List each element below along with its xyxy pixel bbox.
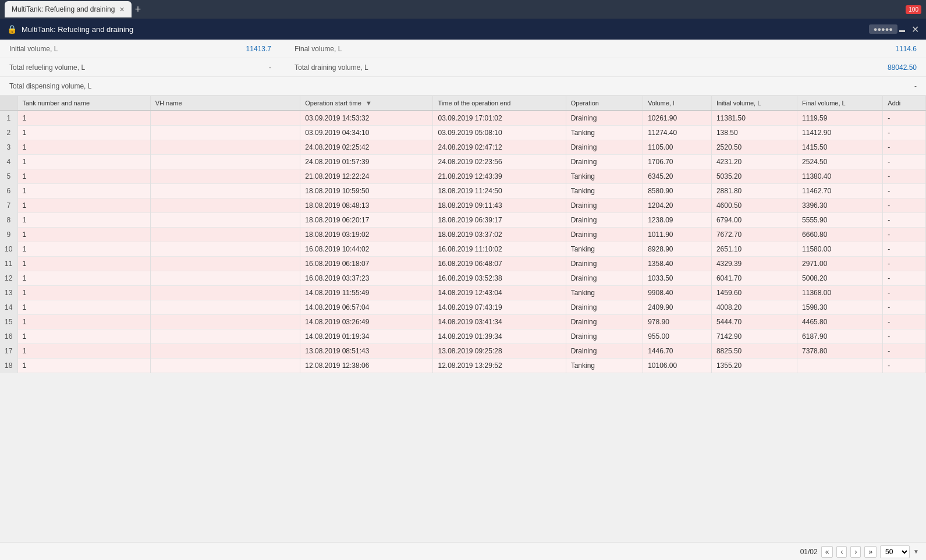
cell-operation: Draining bbox=[566, 257, 643, 271]
cell-end_time: 18.08.2019 09:11:43 bbox=[433, 199, 566, 213]
table-row[interactable]: 11116.08.2019 06:18:0716.08.2019 06:48:0… bbox=[0, 257, 926, 271]
total-dispensing-label: Total dispensing volume, L bbox=[9, 82, 184, 90]
col-header-add[interactable]: Addi bbox=[883, 96, 926, 111]
col-header-operation[interactable]: Operation bbox=[566, 96, 643, 111]
tab-title: MultiTank: Refueling and draining bbox=[12, 5, 115, 13]
close-button[interactable]: ✕ bbox=[911, 24, 919, 35]
cell-vh bbox=[150, 257, 300, 271]
table-row[interactable]: 14114.08.2019 06:57:0414.08.2019 07:43:1… bbox=[0, 300, 926, 315]
table-row[interactable]: 2103.09.2019 04:34:1003.09.2019 05:08:10… bbox=[0, 126, 926, 140]
cell-tank: 1 bbox=[17, 300, 150, 315]
cell-end_time: 14.08.2019 03:41:34 bbox=[433, 315, 566, 329]
table-row[interactable]: 7118.08.2019 08:48:1318.08.2019 09:11:43… bbox=[0, 199, 926, 213]
cell-final_volume: 11412.90 bbox=[797, 126, 883, 140]
cell-final_volume: 6187.90 bbox=[797, 329, 883, 344]
col-header-vh[interactable]: VH name bbox=[150, 96, 300, 111]
col-header-tank[interactable]: Tank number and name bbox=[17, 96, 150, 111]
new-tab-button[interactable]: + bbox=[135, 3, 141, 16]
cell-initial_volume: 2651.10 bbox=[711, 242, 797, 257]
cell-index: 6 bbox=[0, 184, 17, 199]
cell-vh bbox=[150, 344, 300, 359]
table-body: 1103.09.2019 14:53:3203.09.2019 17:01:02… bbox=[0, 111, 926, 373]
summary-right-1: Final volume, L 1114.6 bbox=[271, 45, 917, 53]
cell-initial_volume: 7672.70 bbox=[711, 228, 797, 242]
first-page-button[interactable]: « bbox=[821, 546, 833, 558]
table-row[interactable]: 16114.08.2019 01:19:3414.08.2019 01:39:3… bbox=[0, 329, 926, 344]
table-container[interactable]: Tank number and name VH name Operation s… bbox=[0, 96, 926, 542]
cell-end_time: 16.08.2019 11:10:02 bbox=[433, 242, 566, 257]
col-header-final-volume[interactable]: Final volume, L bbox=[797, 96, 883, 111]
cell-tank: 1 bbox=[17, 344, 150, 359]
minimize-button[interactable]: 🗕 bbox=[897, 24, 907, 35]
cell-start_time: 18.08.2019 08:48:13 bbox=[300, 199, 433, 213]
col-header-volume[interactable]: Volume, l bbox=[643, 96, 712, 111]
cell-vh bbox=[150, 199, 300, 213]
browser-tab[interactable]: MultiTank: Refueling and draining × bbox=[5, 1, 132, 17]
cell-end_time: 18.08.2019 03:37:02 bbox=[433, 228, 566, 242]
cell-volume: 978.90 bbox=[643, 315, 712, 329]
table-row[interactable]: 18112.08.2019 12:38:0612.08.2019 13:29:5… bbox=[0, 359, 926, 373]
cell-add: - bbox=[883, 140, 926, 155]
cell-final_volume: 6660.80 bbox=[797, 228, 883, 242]
page-size-select[interactable]: 50 100 200 bbox=[880, 545, 910, 558]
cell-start_time: 12.08.2019 12:38:06 bbox=[300, 359, 433, 373]
cell-initial_volume: 6794.00 bbox=[711, 213, 797, 228]
table-row[interactable]: 15114.08.2019 03:26:4914.08.2019 03:41:3… bbox=[0, 315, 926, 329]
table-row[interactable]: 8118.08.2019 06:20:1718.08.2019 06:39:17… bbox=[0, 213, 926, 228]
col-header-start-time[interactable]: Operation start time ▼ bbox=[300, 96, 433, 111]
table-row[interactable]: 3124.08.2019 02:25:4224.08.2019 02:47:12… bbox=[0, 140, 926, 155]
cell-final_volume: 11368.00 bbox=[797, 286, 883, 300]
table-row[interactable]: 17113.08.2019 08:51:4313.08.2019 09:25:2… bbox=[0, 344, 926, 359]
cell-final_volume bbox=[797, 359, 883, 373]
cell-add: - bbox=[883, 213, 926, 228]
data-table: Tank number and name VH name Operation s… bbox=[0, 96, 926, 373]
cell-end_time: 14.08.2019 12:43:04 bbox=[433, 286, 566, 300]
cell-final_volume: 11380.40 bbox=[797, 169, 883, 184]
cell-add: - bbox=[883, 126, 926, 140]
cell-operation: Draining bbox=[566, 155, 643, 169]
cell-volume: 8928.90 bbox=[643, 242, 712, 257]
cell-start_time: 14.08.2019 11:55:49 bbox=[300, 286, 433, 300]
cell-vh bbox=[150, 228, 300, 242]
cell-initial_volume: 2881.80 bbox=[711, 184, 797, 199]
cell-volume: 10106.00 bbox=[643, 359, 712, 373]
total-draining-value: 88042.50 bbox=[829, 63, 917, 72]
cell-initial_volume: 7142.90 bbox=[711, 329, 797, 344]
cell-volume: 1011.90 bbox=[643, 228, 712, 242]
table-row[interactable]: 9118.08.2019 03:19:0218.08.2019 03:37:02… bbox=[0, 228, 926, 242]
cell-volume: 8580.90 bbox=[643, 184, 712, 199]
col-header-initial-volume[interactable]: Initial volume, L bbox=[711, 96, 797, 111]
col-header-end-time[interactable]: Time of the operation end bbox=[433, 96, 566, 111]
prev-page-button[interactable]: ‹ bbox=[836, 546, 847, 558]
table-row[interactable]: 5121.08.2019 12:22:2421.08.2019 12:43:39… bbox=[0, 169, 926, 184]
cell-index: 4 bbox=[0, 155, 17, 169]
next-page-button[interactable]: › bbox=[850, 546, 861, 558]
cell-vh bbox=[150, 329, 300, 344]
cell-vh bbox=[150, 213, 300, 228]
table-header-row: Tank number and name VH name Operation s… bbox=[0, 96, 926, 111]
cell-index: 3 bbox=[0, 140, 17, 155]
cell-add: - bbox=[883, 257, 926, 271]
cell-start_time: 03.09.2019 04:34:10 bbox=[300, 126, 433, 140]
table-row[interactable]: 6118.08.2019 10:59:5018.08.2019 11:24:50… bbox=[0, 184, 926, 199]
cell-final_volume: 11580.00 bbox=[797, 242, 883, 257]
table-row[interactable]: 4124.08.2019 01:57:3924.08.2019 02:23:56… bbox=[0, 155, 926, 169]
cell-operation: Draining bbox=[566, 140, 643, 155]
close-tab-button[interactable]: × bbox=[119, 5, 124, 14]
cell-end_time: 03.09.2019 17:01:02 bbox=[433, 111, 566, 126]
total-dispensing-value: - bbox=[829, 82, 917, 90]
last-page-button[interactable]: » bbox=[864, 546, 877, 558]
table-row[interactable]: 12116.08.2019 03:37:2316.08.2019 03:52:3… bbox=[0, 271, 926, 286]
cell-tank: 1 bbox=[17, 140, 150, 155]
table-row[interactable]: 1103.09.2019 14:53:3203.09.2019 17:01:02… bbox=[0, 111, 926, 126]
browser-tab-bar: MultiTank: Refueling and draining × + 10… bbox=[0, 0, 926, 19]
cell-initial_volume: 8825.50 bbox=[711, 344, 797, 359]
table-row[interactable]: 13114.08.2019 11:55:4914.08.2019 12:43:0… bbox=[0, 286, 926, 300]
cell-initial_volume: 4008.20 bbox=[711, 300, 797, 315]
cell-operation: Draining bbox=[566, 300, 643, 315]
cell-start_time: 14.08.2019 01:19:34 bbox=[300, 329, 433, 344]
table-row[interactable]: 10116.08.2019 10:44:0216.08.2019 11:10:0… bbox=[0, 242, 926, 257]
cell-operation: Tanking bbox=[566, 359, 643, 373]
footer-pagination-bar: 01/02 « ‹ › » 50 100 200 ▼ bbox=[0, 542, 926, 560]
cell-initial_volume: 5035.20 bbox=[711, 169, 797, 184]
